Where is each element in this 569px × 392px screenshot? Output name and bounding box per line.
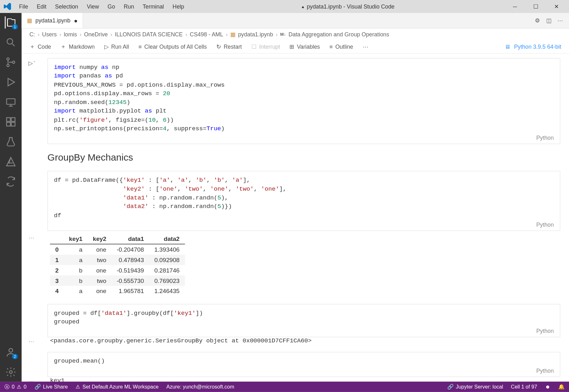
chevron-down-icon[interactable]: ˇ (34, 60, 35, 65)
heading: GroupBy Mechanics (47, 152, 560, 163)
liveshare-status[interactable]: 🔗Live Share (34, 384, 68, 390)
crumb[interactable]: ILLONOIS DATA SCIENCE (115, 31, 183, 38)
azure-account-status[interactable]: Azure: yunch@microsoft.com (166, 384, 234, 390)
run-cell-icon[interactable]: ▷ (28, 60, 33, 66)
code-content[interactable]: df = pd.DataFrame({'key1' : ['a', 'a', '… (54, 176, 554, 220)
cell-output: ⋯ key1key2data1data2 0aone-0.2047081.393… (47, 233, 560, 296)
menu-terminal[interactable]: Terminal (139, 2, 167, 11)
window-title: pydata1.ipynb - Visual Studio Code (188, 3, 509, 10)
code-cell[interactable]: grouped.mean() Python ⋯ key1 (47, 352, 560, 382)
svg-point-3 (12, 61, 15, 63)
run-debug-icon[interactable] (5, 76, 17, 88)
cell-language[interactable]: Python (54, 135, 554, 141)
menu-edit[interactable]: Edit (33, 2, 50, 11)
cell-language[interactable]: Python (54, 221, 554, 228)
close-button[interactable]: ✕ (550, 3, 563, 10)
svg-point-0 (7, 39, 13, 44)
run-all-button[interactable]: ▷Run All (104, 43, 129, 50)
crumb[interactable]: C: (29, 31, 35, 38)
source-control-icon[interactable] (5, 56, 17, 68)
feedback-icon[interactable]: ☻ (545, 384, 550, 390)
dataframe-table: key1key2data1data2 0aone-0.2047081.39340… (50, 233, 185, 296)
restart-button[interactable]: ↻Restart (216, 43, 242, 50)
svg-rect-4 (7, 99, 15, 104)
markdown-icon: M↓ (280, 32, 286, 37)
notebook-toolbar: ＋Code ＋Markdown ▷Run All ≡Clear Outputs … (22, 40, 569, 53)
code-content[interactable]: grouped.mean() (54, 357, 554, 365)
breadcrumb[interactable]: C:› Users› lomis› OneDrive› ILLONOIS DAT… (22, 28, 569, 40)
more-actions-icon[interactable]: ⋯ (557, 17, 563, 24)
menu-selection[interactable]: Selection (52, 2, 82, 11)
notebook-body[interactable]: ▷ˇ import numpy as np import pandas as p… (22, 54, 569, 382)
settings-icon[interactable]: ⚙ (535, 17, 540, 24)
crumb[interactable]: Users (42, 31, 57, 38)
problems-status[interactable]: ⓧ0 ⚠0 (4, 383, 27, 390)
interrupt-icon: ☐ (251, 43, 257, 50)
azureml-status[interactable]: ⚠Set Default Azure ML Workspace (76, 384, 159, 390)
restart-icon: ↻ (216, 43, 221, 50)
crumb[interactable]: CS498 - AML (190, 31, 223, 38)
crumb[interactable]: pydata1.ipynb (238, 31, 273, 38)
output-prefix: ⋯ (28, 338, 34, 345)
toolbar-more-icon[interactable]: ⋯ (363, 43, 368, 50)
settings-gear-icon[interactable] (5, 366, 17, 378)
markdown-cell[interactable]: GroupBy Mechanics (47, 152, 560, 163)
search-icon[interactable] (5, 36, 17, 48)
azure-icon[interactable] (5, 156, 17, 168)
add-markdown-button[interactable]: ＋Markdown (60, 43, 95, 51)
link-icon: 🔗 (447, 384, 454, 390)
menu-view[interactable]: View (83, 2, 102, 11)
menu-go[interactable]: Go (104, 2, 119, 11)
add-code-button[interactable]: ＋Code (29, 43, 51, 51)
kernel-picker[interactable]: 🖥 Python 3.9.5 64-bit (505, 43, 561, 50)
tab-pydata1[interactable]: ▦ pydata1.ipynb ● (22, 13, 83, 28)
cell-position-status[interactable]: Cell 1 of 97 (511, 384, 537, 390)
vscode-logo-icon (3, 3, 11, 10)
outline-button[interactable]: ≡Outline (330, 43, 353, 50)
crumb[interactable]: Data Aggregation and Group Operations (288, 31, 389, 38)
remote-icon[interactable] (5, 96, 17, 108)
code-cell[interactable]: ▷ˇ import numpy as np import pandas as p… (47, 58, 560, 144)
liveshare-icon: 🔗 (34, 384, 41, 390)
explorer-icon[interactable]: 1 (5, 16, 17, 28)
svg-point-10 (9, 371, 12, 374)
variables-button[interactable]: ⊞Variables (289, 43, 320, 50)
cell-language[interactable]: Python (54, 367, 554, 374)
menu-help[interactable]: Help (169, 2, 188, 11)
crumb[interactable]: OneDrive (84, 31, 108, 38)
unsaved-dot-icon: ● (74, 17, 78, 24)
cell-output: ⋯ <pandas.core.groupby.generic.SeriesGro… (47, 337, 560, 344)
clear-outputs-button[interactable]: ≡Clear Outputs of All Cells (139, 43, 207, 50)
notifications-icon[interactable]: 🔔 (558, 384, 565, 390)
svg-rect-8 (11, 122, 15, 126)
status-bar: ⓧ0 ⚠0 🔗Live Share ⚠Set Default Azure ML … (0, 382, 569, 392)
outline-icon: ≡ (330, 43, 333, 50)
tab-label: pydata1.ipynb (35, 17, 71, 24)
menu-run[interactable]: Run (120, 2, 137, 11)
table-row: 3btwo-0.5557300.769023 (50, 275, 185, 286)
cell-language[interactable]: Python (54, 328, 554, 334)
testing-icon[interactable] (5, 136, 17, 148)
svg-point-2 (7, 64, 9, 67)
notebook-file-icon: ▦ (230, 31, 235, 38)
warning-icon: ⚠ (17, 384, 22, 390)
crumb[interactable]: lomis (64, 31, 77, 38)
plus-icon: ＋ (60, 43, 66, 51)
minimize-button[interactable]: ─ (509, 3, 522, 10)
menu-file[interactable]: File (15, 2, 32, 11)
jupyter-server-status[interactable]: 🔗Jupyter Server: local (447, 384, 503, 390)
sync-icon[interactable] (5, 175, 17, 187)
svg-point-9 (9, 348, 13, 352)
editor-tabs: ▦ pydata1.ipynb ● ⚙ ◫ ⋯ (22, 13, 569, 28)
accounts-icon[interactable]: 2 (5, 346, 17, 358)
error-icon: ⓧ (4, 383, 9, 390)
split-editor-icon[interactable]: ◫ (546, 17, 551, 24)
code-content[interactable]: import numpy as np import pandas as pd P… (54, 63, 554, 133)
code-cell[interactable]: grouped = df['data1'].groupby(df['key1']… (47, 304, 560, 344)
maximize-button[interactable]: ☐ (529, 3, 542, 10)
svg-rect-7 (7, 122, 10, 126)
extensions-icon[interactable] (5, 116, 17, 128)
code-content[interactable]: grouped = df['data1'].groupby(df['key1']… (54, 309, 554, 326)
table-row: 0aone-0.2047081.393406 (50, 244, 185, 254)
code-cell[interactable]: df = pd.DataFrame({'key1' : ['a', 'a', '… (47, 171, 560, 296)
